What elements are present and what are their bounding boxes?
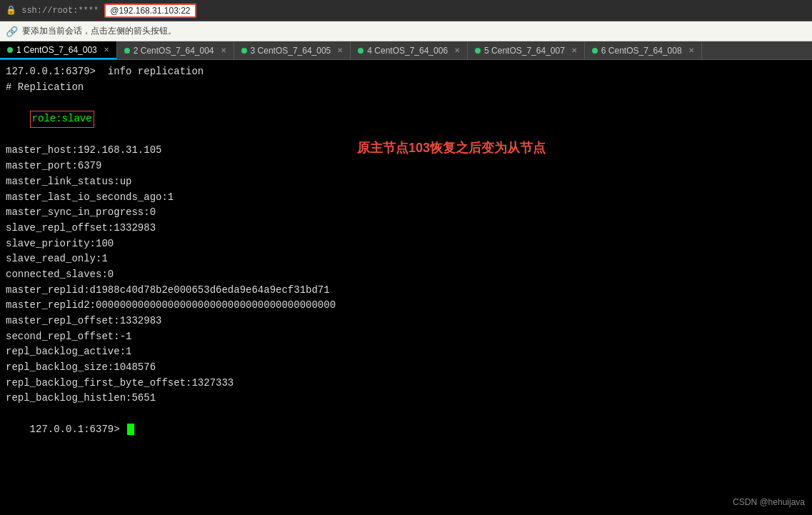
terminal-line-14: second_repl_offset:-1: [6, 329, 806, 345]
tab-close-4[interactable]: ✕: [454, 46, 460, 54]
terminal-line-10: connected_slaves:0: [6, 267, 806, 283]
tab-4[interactable]: 4 CentOS_7_64_006 ✕: [351, 41, 468, 59]
tab-close-2[interactable]: ✕: [221, 46, 226, 54]
terminal-line-16: repl_backlog_size:1048576: [6, 360, 806, 376]
tab-dot-5: [475, 48, 481, 54]
tab-close-1[interactable]: ✕: [104, 46, 109, 54]
cursor-block: [127, 424, 134, 435]
tab-dot-3: [241, 48, 247, 54]
watermark: CSDN @hehuijava: [733, 496, 805, 509]
tab-close-3[interactable]: ✕: [337, 46, 343, 54]
terminal-line-7: slave_repl_offset:1332983: [6, 221, 806, 236]
notif-text: 要添加当前会话，点击左侧的箭头按钮。: [22, 25, 176, 37]
terminal-final-prompt: 127.0.0.1:6379>: [6, 406, 806, 453]
terminal[interactable]: 127.0.0.1:6379> info replication # Repli…: [0, 60, 812, 515]
tab-label-4: 4 CentOS_7_64_006: [367, 46, 448, 56]
tab-3[interactable]: 3 CentOS_7_64_005 ✕: [234, 41, 351, 59]
terminal-line-6: master_sync_in_progress:0: [6, 205, 806, 221]
terminal-line-8: slave_priority:100: [6, 236, 806, 252]
tab-label-6: 6 CentOS_7_64_008: [601, 46, 682, 56]
role-value: role:slave: [30, 111, 94, 128]
terminal-line-15: repl_backlog_active:1: [6, 344, 806, 360]
tab-label-2: 2 CentOS_7_64_004: [134, 46, 214, 56]
tab-close-6[interactable]: ✕: [688, 46, 694, 54]
terminal-line-9: slave_read_only:1: [6, 251, 806, 267]
annotation-text: 原主节点103恢复之后变为从节点: [357, 139, 546, 159]
tab-bar: 1 CentOS_7_64_003 ✕ 2 CentOS_7_64_004 ✕ …: [0, 41, 812, 60]
terminal-line-replication: # Replication: [6, 80, 806, 96]
terminal-line-11: master_replid:d1988c40d78b2e000653d6eda9…: [6, 283, 806, 299]
terminal-line-13: master_repl_offset:1332983: [6, 314, 806, 329]
tab-dot-4: [358, 48, 364, 54]
tab-1[interactable]: 1 CentOS_7_64_003 ✕: [0, 41, 117, 59]
tab-dot-6: [592, 48, 598, 54]
tab-dot-1: [7, 47, 13, 53]
terminal-line-18: repl_backlog_histlen:5651: [6, 391, 806, 406]
title-bar: 🔒 ssh://root:**** @192.168.31.103:22: [0, 0, 812, 21]
notif-icon: 🔗: [6, 26, 18, 37]
tab-dot-2: [124, 48, 130, 54]
terminal-line-12: master_replid2:0000000000000000000000000…: [6, 298, 806, 314]
tab-6[interactable]: 6 CentOS_7_64_008 ✕: [585, 41, 702, 59]
tab-close-5[interactable]: ✕: [571, 46, 577, 54]
tab-5[interactable]: 5 CentOS_7_64_007 ✕: [468, 41, 585, 59]
tab-label-1: 1 CentOS_7_64_003: [16, 45, 97, 55]
notification-bar: 🔗 要添加当前会话，点击左侧的箭头按钮。: [0, 21, 812, 41]
tab-label-3: 3 CentOS_7_64_005: [251, 46, 331, 56]
tab-2[interactable]: 2 CentOS_7_64_004 ✕: [117, 41, 234, 59]
terminal-line-17: repl_backlog_first_byte_offset:1327333: [6, 376, 806, 391]
terminal-prompt-line: 127.0.0.1:6379> info replication: [6, 64, 806, 80]
terminal-line-3: master_port:6379: [6, 159, 806, 174]
terminal-line-4: master_link_status:up: [6, 174, 806, 190]
terminal-line-5: master_last_io_seconds_ago:1: [6, 190, 806, 206]
tab-label-5: 5 CentOS_7_64_007: [484, 46, 565, 56]
terminal-line-role: role:slave: [6, 95, 806, 143]
lock-icon: 🔒 ssh://root:****: [6, 5, 99, 16]
address-bar[interactable]: @192.168.31.103:22: [104, 4, 196, 18]
